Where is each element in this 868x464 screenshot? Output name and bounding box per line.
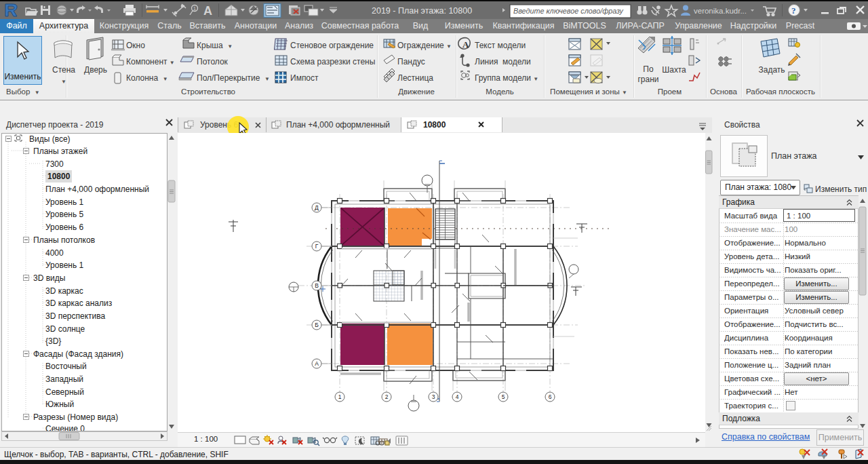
- svg-text:2019 - План этажа: 10800: 2019 - План этажа: 10800: [372, 6, 472, 16]
- svg-text:Введите ключевое слово/фразу: Введите ключевое слово/фразу: [513, 7, 624, 15]
- svg-text:В: В: [315, 282, 319, 289]
- svg-text:6: 6: [549, 393, 552, 400]
- svg-text:A: A: [462, 39, 469, 50]
- svg-text:А: А: [315, 360, 319, 367]
- svg-text:Г: Г: [315, 243, 319, 250]
- svg-text:1: 1: [193, 6, 196, 11]
- svg-text:1: 1: [338, 393, 342, 400]
- svg-text:3: 3: [432, 393, 435, 400]
- svg-text:Д: Д: [315, 204, 319, 211]
- svg-text:5: 5: [502, 393, 505, 400]
- svg-text:4: 4: [456, 393, 459, 400]
- svg-text:veronika.kudr...: veronika.kudr...: [694, 7, 747, 15]
- svg-text:2: 2: [385, 393, 389, 400]
- svg-text:Б: Б: [315, 322, 319, 328]
- svg-text:A: A: [203, 4, 212, 18]
- svg-text:?: ?: [791, 5, 796, 16]
